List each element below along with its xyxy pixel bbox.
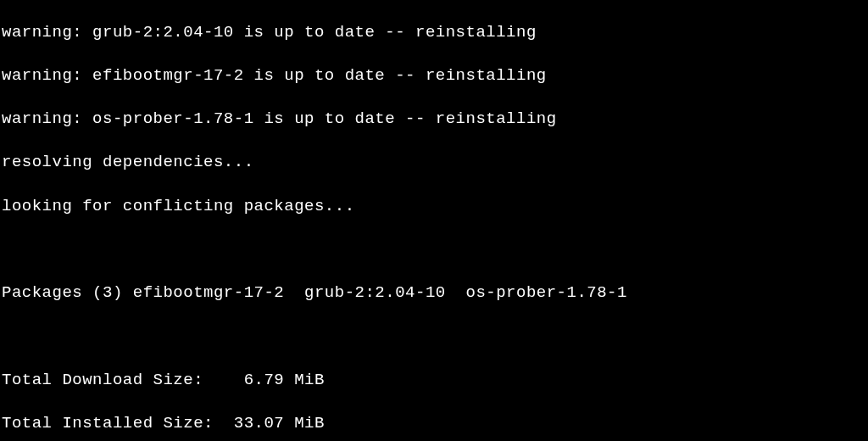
total-download-size: Total Download Size: 6.79 MiB bbox=[2, 370, 866, 392]
terminal-output: warning: grub-2:2.04-10 is up to date --… bbox=[0, 0, 868, 441]
blank-line bbox=[2, 239, 866, 261]
warning-line: warning: efibootmgr-17-2 is up to date -… bbox=[2, 65, 866, 87]
warning-line: warning: os-prober-1.78-1 is up to date … bbox=[2, 109, 866, 131]
total-installed-size: Total Installed Size: 33.07 MiB bbox=[2, 413, 866, 435]
status-resolving: resolving dependencies... bbox=[2, 152, 866, 174]
packages-summary: Packages (3) efibootmgr-17-2 grub-2:2.04… bbox=[2, 282, 866, 304]
status-conflicts: looking for conflicting packages... bbox=[2, 196, 866, 218]
warning-line: warning: grub-2:2.04-10 is up to date --… bbox=[2, 22, 866, 44]
blank-line bbox=[2, 327, 866, 349]
